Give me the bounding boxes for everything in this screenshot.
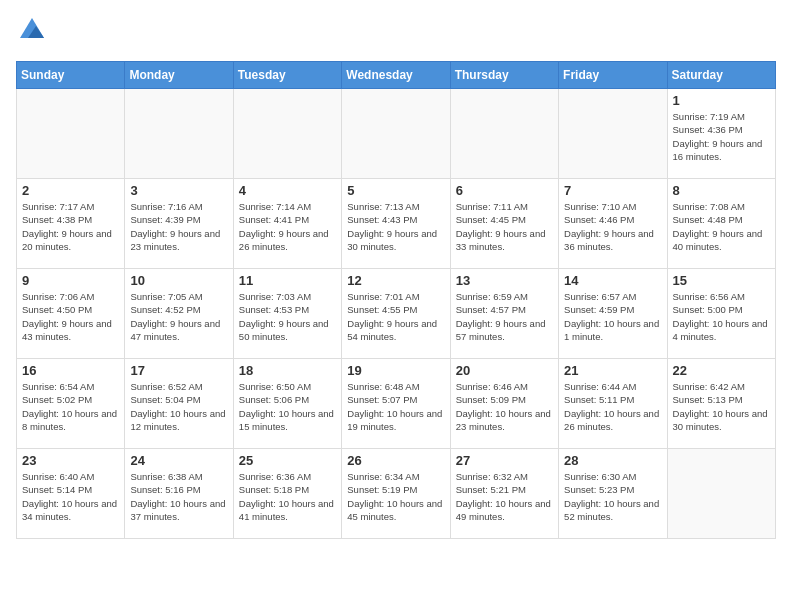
calendar-cell: [233, 89, 341, 179]
page-header: [16, 16, 776, 49]
day-number: 10: [130, 273, 227, 288]
calendar-cell: 26Sunrise: 6:34 AM Sunset: 5:19 PM Dayli…: [342, 449, 450, 539]
day-info: Sunrise: 6:52 AM Sunset: 5:04 PM Dayligh…: [130, 380, 227, 433]
day-number: 6: [456, 183, 553, 198]
day-header-wednesday: Wednesday: [342, 62, 450, 89]
calendar-cell: 20Sunrise: 6:46 AM Sunset: 5:09 PM Dayli…: [450, 359, 558, 449]
day-info: Sunrise: 6:54 AM Sunset: 5:02 PM Dayligh…: [22, 380, 119, 433]
calendar-cell: 3Sunrise: 7:16 AM Sunset: 4:39 PM Daylig…: [125, 179, 233, 269]
day-number: 1: [673, 93, 770, 108]
day-number: 2: [22, 183, 119, 198]
calendar-cell: 2Sunrise: 7:17 AM Sunset: 4:38 PM Daylig…: [17, 179, 125, 269]
calendar: SundayMondayTuesdayWednesdayThursdayFrid…: [16, 61, 776, 539]
calendar-cell: 14Sunrise: 6:57 AM Sunset: 4:59 PM Dayli…: [559, 269, 667, 359]
week-row-2: 2Sunrise: 7:17 AM Sunset: 4:38 PM Daylig…: [17, 179, 776, 269]
day-info: Sunrise: 6:36 AM Sunset: 5:18 PM Dayligh…: [239, 470, 336, 523]
day-header-friday: Friday: [559, 62, 667, 89]
calendar-cell: [559, 89, 667, 179]
calendar-header-row: SundayMondayTuesdayWednesdayThursdayFrid…: [17, 62, 776, 89]
day-number: 13: [456, 273, 553, 288]
day-info: Sunrise: 6:40 AM Sunset: 5:14 PM Dayligh…: [22, 470, 119, 523]
calendar-cell: 6Sunrise: 7:11 AM Sunset: 4:45 PM Daylig…: [450, 179, 558, 269]
day-info: Sunrise: 6:59 AM Sunset: 4:57 PM Dayligh…: [456, 290, 553, 343]
day-info: Sunrise: 6:50 AM Sunset: 5:06 PM Dayligh…: [239, 380, 336, 433]
calendar-cell: 16Sunrise: 6:54 AM Sunset: 5:02 PM Dayli…: [17, 359, 125, 449]
day-number: 24: [130, 453, 227, 468]
day-number: 12: [347, 273, 444, 288]
day-header-saturday: Saturday: [667, 62, 775, 89]
week-row-3: 9Sunrise: 7:06 AM Sunset: 4:50 PM Daylig…: [17, 269, 776, 359]
calendar-cell: 22Sunrise: 6:42 AM Sunset: 5:13 PM Dayli…: [667, 359, 775, 449]
logo: [16, 16, 46, 49]
day-info: Sunrise: 6:42 AM Sunset: 5:13 PM Dayligh…: [673, 380, 770, 433]
day-number: 21: [564, 363, 661, 378]
calendar-cell: 1Sunrise: 7:19 AM Sunset: 4:36 PM Daylig…: [667, 89, 775, 179]
day-info: Sunrise: 7:14 AM Sunset: 4:41 PM Dayligh…: [239, 200, 336, 253]
day-info: Sunrise: 6:57 AM Sunset: 4:59 PM Dayligh…: [564, 290, 661, 343]
day-info: Sunrise: 7:03 AM Sunset: 4:53 PM Dayligh…: [239, 290, 336, 343]
day-header-thursday: Thursday: [450, 62, 558, 89]
calendar-cell: 23Sunrise: 6:40 AM Sunset: 5:14 PM Dayli…: [17, 449, 125, 539]
day-info: Sunrise: 7:11 AM Sunset: 4:45 PM Dayligh…: [456, 200, 553, 253]
day-number: 18: [239, 363, 336, 378]
calendar-cell: 24Sunrise: 6:38 AM Sunset: 5:16 PM Dayli…: [125, 449, 233, 539]
day-info: Sunrise: 7:17 AM Sunset: 4:38 PM Dayligh…: [22, 200, 119, 253]
calendar-cell: 5Sunrise: 7:13 AM Sunset: 4:43 PM Daylig…: [342, 179, 450, 269]
day-number: 14: [564, 273, 661, 288]
day-info: Sunrise: 6:32 AM Sunset: 5:21 PM Dayligh…: [456, 470, 553, 523]
day-number: 15: [673, 273, 770, 288]
calendar-cell: [667, 449, 775, 539]
day-number: 25: [239, 453, 336, 468]
day-info: Sunrise: 6:38 AM Sunset: 5:16 PM Dayligh…: [130, 470, 227, 523]
day-number: 9: [22, 273, 119, 288]
week-row-1: 1Sunrise: 7:19 AM Sunset: 4:36 PM Daylig…: [17, 89, 776, 179]
day-number: 5: [347, 183, 444, 198]
calendar-cell: 9Sunrise: 7:06 AM Sunset: 4:50 PM Daylig…: [17, 269, 125, 359]
calendar-cell: [17, 89, 125, 179]
day-number: 4: [239, 183, 336, 198]
day-info: Sunrise: 6:56 AM Sunset: 5:00 PM Dayligh…: [673, 290, 770, 343]
logo-icon: [18, 16, 46, 44]
calendar-cell: 15Sunrise: 6:56 AM Sunset: 5:00 PM Dayli…: [667, 269, 775, 359]
week-row-5: 23Sunrise: 6:40 AM Sunset: 5:14 PM Dayli…: [17, 449, 776, 539]
calendar-cell: 7Sunrise: 7:10 AM Sunset: 4:46 PM Daylig…: [559, 179, 667, 269]
day-number: 7: [564, 183, 661, 198]
calendar-cell: 12Sunrise: 7:01 AM Sunset: 4:55 PM Dayli…: [342, 269, 450, 359]
day-info: Sunrise: 6:30 AM Sunset: 5:23 PM Dayligh…: [564, 470, 661, 523]
week-row-4: 16Sunrise: 6:54 AM Sunset: 5:02 PM Dayli…: [17, 359, 776, 449]
day-number: 8: [673, 183, 770, 198]
day-info: Sunrise: 7:19 AM Sunset: 4:36 PM Dayligh…: [673, 110, 770, 163]
calendar-cell: 10Sunrise: 7:05 AM Sunset: 4:52 PM Dayli…: [125, 269, 233, 359]
day-info: Sunrise: 7:05 AM Sunset: 4:52 PM Dayligh…: [130, 290, 227, 343]
calendar-cell: 28Sunrise: 6:30 AM Sunset: 5:23 PM Dayli…: [559, 449, 667, 539]
calendar-cell: 11Sunrise: 7:03 AM Sunset: 4:53 PM Dayli…: [233, 269, 341, 359]
day-number: 23: [22, 453, 119, 468]
calendar-cell: 8Sunrise: 7:08 AM Sunset: 4:48 PM Daylig…: [667, 179, 775, 269]
day-info: Sunrise: 7:06 AM Sunset: 4:50 PM Dayligh…: [22, 290, 119, 343]
day-number: 28: [564, 453, 661, 468]
day-number: 20: [456, 363, 553, 378]
day-info: Sunrise: 6:48 AM Sunset: 5:07 PM Dayligh…: [347, 380, 444, 433]
calendar-cell: 19Sunrise: 6:48 AM Sunset: 5:07 PM Dayli…: [342, 359, 450, 449]
day-info: Sunrise: 7:01 AM Sunset: 4:55 PM Dayligh…: [347, 290, 444, 343]
day-number: 11: [239, 273, 336, 288]
calendar-cell: 13Sunrise: 6:59 AM Sunset: 4:57 PM Dayli…: [450, 269, 558, 359]
calendar-cell: 21Sunrise: 6:44 AM Sunset: 5:11 PM Dayli…: [559, 359, 667, 449]
day-number: 26: [347, 453, 444, 468]
day-header-monday: Monday: [125, 62, 233, 89]
day-info: Sunrise: 7:08 AM Sunset: 4:48 PM Dayligh…: [673, 200, 770, 253]
calendar-cell: 25Sunrise: 6:36 AM Sunset: 5:18 PM Dayli…: [233, 449, 341, 539]
calendar-cell: 17Sunrise: 6:52 AM Sunset: 5:04 PM Dayli…: [125, 359, 233, 449]
calendar-cell: 18Sunrise: 6:50 AM Sunset: 5:06 PM Dayli…: [233, 359, 341, 449]
calendar-cell: 27Sunrise: 6:32 AM Sunset: 5:21 PM Dayli…: [450, 449, 558, 539]
calendar-cell: [125, 89, 233, 179]
day-number: 19: [347, 363, 444, 378]
day-number: 3: [130, 183, 227, 198]
day-number: 22: [673, 363, 770, 378]
day-info: Sunrise: 6:46 AM Sunset: 5:09 PM Dayligh…: [456, 380, 553, 433]
day-header-tuesday: Tuesday: [233, 62, 341, 89]
calendar-cell: 4Sunrise: 7:14 AM Sunset: 4:41 PM Daylig…: [233, 179, 341, 269]
day-info: Sunrise: 7:13 AM Sunset: 4:43 PM Dayligh…: [347, 200, 444, 253]
day-number: 17: [130, 363, 227, 378]
day-info: Sunrise: 7:10 AM Sunset: 4:46 PM Dayligh…: [564, 200, 661, 253]
